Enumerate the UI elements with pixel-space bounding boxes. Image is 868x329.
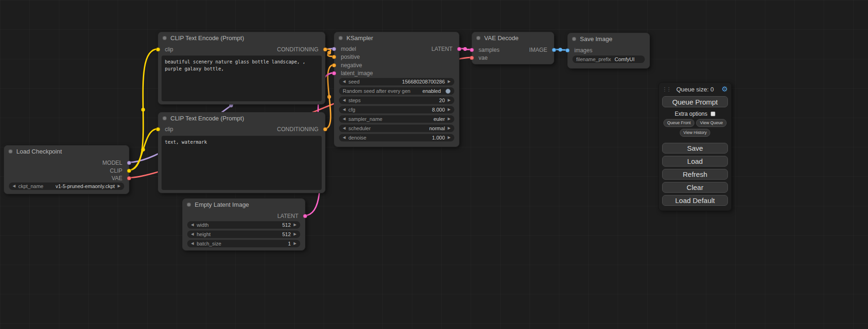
next-arrow-icon[interactable]: ▶ <box>448 136 451 140</box>
clip-input-dot[interactable] <box>156 48 160 52</box>
node-empty-latent-image[interactable]: Empty Latent Image LATENT ◀ width 512 ▶ … <box>182 198 305 251</box>
positive-prompt-textarea[interactable] <box>162 56 322 101</box>
node-header[interactable]: Empty Latent Image <box>183 199 305 210</box>
seed-widget[interactable]: ◀ seed 156680208700286 ▶ <box>339 78 454 85</box>
next-arrow-icon[interactable]: ▶ <box>294 223 296 227</box>
link-midpoint-dot[interactable] <box>463 47 467 51</box>
settings-gear-icon[interactable]: ⚙ <box>720 85 728 93</box>
prev-arrow-icon[interactable]: ◀ <box>343 136 346 140</box>
prev-arrow-icon[interactable]: ◀ <box>343 108 346 112</box>
conditioning-output-port: CONDITIONING <box>277 126 325 133</box>
link-midpoint-dot[interactable] <box>327 51 331 55</box>
negative-prompt-textarea[interactable] <box>162 136 322 190</box>
negative-input-dot[interactable] <box>332 63 336 68</box>
prev-arrow-icon[interactable]: ◀ <box>343 126 346 130</box>
collapse-dot[interactable] <box>162 36 167 40</box>
node-header[interactable]: Load Checkpoint <box>4 146 129 157</box>
collapse-dot[interactable] <box>572 37 576 41</box>
next-arrow-icon[interactable]: ▶ <box>294 242 296 245</box>
clip-output-dot[interactable] <box>127 169 131 173</box>
latent-output-dot[interactable] <box>303 214 307 218</box>
node-save-image[interactable]: Save Image images filename_prefix ComfyU… <box>567 33 650 69</box>
node-header[interactable]: CLIP Text Encode (Prompt) <box>158 32 325 43</box>
steps-widget[interactable]: ◀ steps 20 ▶ <box>339 97 454 104</box>
extra-options-label: Extra options <box>675 111 707 117</box>
model-input-dot[interactable] <box>332 47 336 51</box>
node-header[interactable]: Save Image <box>568 33 649 44</box>
queue-front-button[interactable]: Queue Front <box>663 119 695 127</box>
clear-button[interactable]: Clear <box>662 182 728 193</box>
height-widget[interactable]: ◀ height 512 ▶ <box>187 231 300 238</box>
drag-handle-icon[interactable]: ⋮⋮ <box>662 86 670 92</box>
latent-image-input-dot[interactable] <box>332 71 336 76</box>
port-label: LATENT <box>431 46 452 52</box>
node-ksampler[interactable]: KSampler model positive negative latent_… <box>334 32 459 147</box>
load-default-button[interactable]: Load Default <box>662 195 728 206</box>
next-arrow-icon[interactable]: ▶ <box>118 184 120 188</box>
next-arrow-icon[interactable]: ▶ <box>294 232 296 236</box>
queue-panel: ⋮⋮ Queue size: 0 ⚙ Queue Prompt Extra op… <box>658 82 732 211</box>
width-widget[interactable]: ◀ width 512 ▶ <box>187 221 300 229</box>
extra-options-row: Extra options <box>662 111 728 117</box>
scheduler-widget[interactable]: ◀ scheduler normal ▶ <box>339 125 454 132</box>
prev-arrow-icon[interactable]: ◀ <box>191 242 194 245</box>
collapse-dot[interactable] <box>162 116 167 120</box>
denoise-widget[interactable]: ◀ denoise 1.000 ▶ <box>339 134 454 141</box>
prev-arrow-icon[interactable]: ◀ <box>191 223 194 227</box>
prev-arrow-icon[interactable]: ◀ <box>343 98 346 102</box>
link-midpoint-dot[interactable] <box>141 148 145 152</box>
widget-value: ComfyUI <box>614 56 635 62</box>
prev-arrow-icon[interactable]: ◀ <box>343 80 346 84</box>
next-arrow-icon[interactable]: ▶ <box>448 117 451 121</box>
vae-input-dot[interactable] <box>470 56 474 60</box>
collapse-dot[interactable] <box>339 36 343 40</box>
extra-options-checkbox[interactable] <box>711 112 715 116</box>
filename-prefix-widget[interactable]: filename_prefix ComfyUI <box>572 56 645 63</box>
sampler-name-widget[interactable]: ◀ sampler_name euler ▶ <box>339 115 454 123</box>
conditioning-output-dot[interactable] <box>323 127 327 132</box>
view-history-button[interactable]: View History <box>680 129 711 137</box>
save-button[interactable]: Save <box>662 143 728 154</box>
ckpt-name-widget[interactable]: ◀ ckpt_name v1-5-pruned-emaonly.ckpt ▶ <box>9 182 124 190</box>
next-arrow-icon[interactable]: ▶ <box>448 80 451 84</box>
node-header[interactable]: KSampler <box>334 32 459 43</box>
cfg-widget[interactable]: ◀ cfg 8.000 ▶ <box>339 106 454 113</box>
model-input-port: model <box>334 45 356 53</box>
next-arrow-icon[interactable]: ▶ <box>448 108 451 112</box>
view-queue-button[interactable]: View Queue <box>696 119 727 127</box>
prev-arrow-icon[interactable]: ◀ <box>191 232 194 236</box>
collapse-dot[interactable] <box>8 149 13 154</box>
conditioning-output-dot[interactable] <box>323 48 327 52</box>
positive-input-dot[interactable] <box>332 55 336 59</box>
link-midpoint-dot[interactable] <box>327 95 331 99</box>
node-load-checkpoint[interactable]: Load Checkpoint MODEL CLIP VAE ◀ ckpt_na… <box>4 145 129 194</box>
refresh-button[interactable]: Refresh <box>662 169 728 180</box>
node-clip-text-encode-positive[interactable]: CLIP Text Encode (Prompt) clip CONDITION… <box>158 32 325 105</box>
clip-input-dot[interactable] <box>156 127 160 132</box>
node-graph-canvas[interactable]: { "canvas": {"background": "#1d1d1d"}, "… <box>0 0 868 329</box>
latent-output-dot[interactable] <box>457 47 461 51</box>
random-seed-toggle-widget[interactable]: Random seed after every gen enabled <box>339 87 454 95</box>
samples-input-dot[interactable] <box>470 48 474 52</box>
vae-output-dot[interactable] <box>127 176 131 181</box>
prev-arrow-icon[interactable]: ◀ <box>13 184 15 188</box>
images-input-dot[interactable] <box>565 49 570 53</box>
prev-arrow-icon[interactable]: ◀ <box>343 117 346 121</box>
model-output-dot[interactable] <box>127 161 131 165</box>
collapse-dot[interactable] <box>476 36 480 40</box>
collapse-dot[interactable] <box>187 203 191 207</box>
link-midpoint-dot[interactable] <box>558 48 562 52</box>
queue-prompt-button[interactable]: Queue Prompt <box>662 96 728 107</box>
batch-size-widget[interactable]: ◀ batch_size 1 ▶ <box>187 240 300 247</box>
node-header[interactable]: VAE Decode <box>472 32 554 43</box>
node-vae-decode[interactable]: VAE Decode samples vae IMAGE <box>472 32 554 64</box>
next-arrow-icon[interactable]: ▶ <box>448 126 451 130</box>
node-clip-text-encode-negative[interactable]: CLIP Text Encode (Prompt) clip CONDITION… <box>158 112 325 193</box>
next-arrow-icon[interactable]: ▶ <box>448 98 451 102</box>
image-output-dot[interactable] <box>552 48 556 52</box>
node-header[interactable]: CLIP Text Encode (Prompt) <box>158 112 325 124</box>
port-label: VAE <box>112 175 122 182</box>
load-button[interactable]: Load <box>662 156 728 167</box>
link-midpoint-dot[interactable] <box>141 108 145 112</box>
toggle-knob[interactable] <box>445 89 451 94</box>
